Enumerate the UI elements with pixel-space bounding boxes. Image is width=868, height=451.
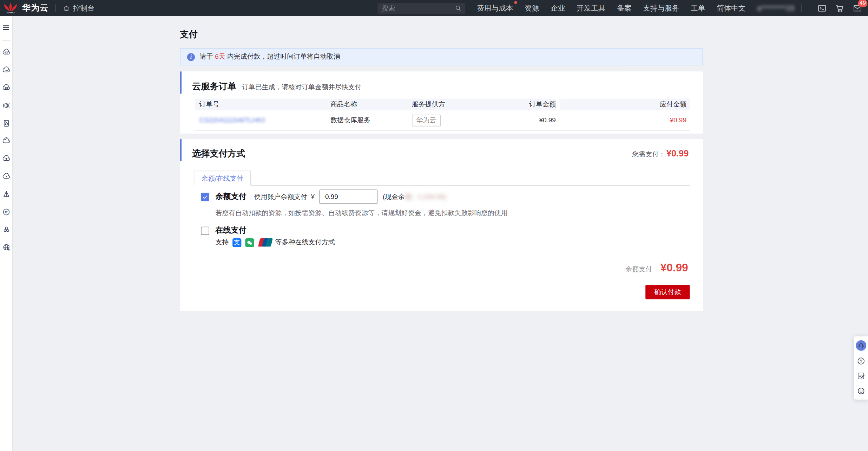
payment-deadline-banner: i 请于 6天 内完成付款，超过时间订单将自动取消 bbox=[180, 48, 703, 65]
col-order-amount: 订单金额 bbox=[495, 99, 555, 110]
balance-pay-checkbox[interactable] bbox=[201, 193, 209, 201]
cash-balance-masked: 额：1,234.56) bbox=[405, 193, 446, 200]
balance-pay-title: 余额支付 bbox=[215, 192, 246, 201]
payment-card-title: 选择支付方式 bbox=[192, 148, 245, 160]
rail-service-icons: IP w bbox=[1, 48, 11, 252]
huawei-cloud-console: HUAWEI 华为云 控制台 费用与成本 资源 企业 开发工具 备案 支持与服务… bbox=[0, 0, 868, 451]
order-amount-value: ¥0.99 bbox=[495, 116, 555, 124]
customer-service-icon[interactable] bbox=[856, 340, 866, 351]
nav-language[interactable]: 简体中文 bbox=[717, 3, 745, 13]
main-content: 支付 i 请于 6天 内完成付款，超过时间订单将自动取消 云服务订单 订单已生成… bbox=[180, 16, 703, 311]
nav-ticket[interactable]: 工单 bbox=[691, 3, 705, 13]
info-icon: i bbox=[187, 53, 195, 61]
feedback-icon[interactable] bbox=[856, 371, 866, 381]
nav-enterprise[interactable]: 企业 bbox=[551, 3, 565, 13]
topbar-icon-buttons: 49 bbox=[817, 3, 862, 13]
balance-amount-input[interactable] bbox=[320, 189, 378, 204]
col-payable: 应付金额 bbox=[560, 99, 690, 110]
svg-text:IP: IP bbox=[5, 211, 7, 214]
balance-pay-note: 若您有自动扣款的资源，如按需资源、自动续费资源等，请规划好资金，避免扣款失败影响… bbox=[215, 208, 507, 218]
cluster-icon[interactable] bbox=[1, 225, 11, 234]
smiley-survey-icon[interactable] bbox=[856, 386, 866, 396]
cloud-network-icon[interactable] bbox=[1, 65, 11, 75]
cart-icon[interactable] bbox=[835, 3, 844, 13]
topbar: HUAWEI 华为云 控制台 费用与成本 资源 企业 开发工具 备案 支持与服务… bbox=[0, 0, 868, 16]
support-prefix: 支持 bbox=[215, 238, 229, 247]
amount-due: 您需支付：¥0.99 bbox=[632, 149, 689, 159]
payment-tabs: 余额/在线支付 bbox=[194, 171, 690, 186]
notification-dot bbox=[514, 1, 517, 4]
nav-resources[interactable]: 资源 bbox=[525, 3, 539, 13]
notice-text: 请于 6天 内完成付款，超过时间订单将自动取消 bbox=[200, 52, 340, 62]
brand-group[interactable]: HUAWEI 华为云 bbox=[3, 2, 48, 14]
currency-symbol: ¥ bbox=[311, 193, 315, 200]
global-network-icon[interactable]: w bbox=[1, 243, 11, 252]
payable-amount-value: ¥0.99 bbox=[560, 116, 690, 124]
huawei-logo-icon: HUAWEI bbox=[3, 2, 18, 14]
help-icon[interactable]: ? bbox=[856, 356, 866, 366]
order-table-row: CS2204111546TLHK0 数据仓库服务 华为云 ¥0.99 ¥0.99 bbox=[195, 110, 690, 131]
elastic-ip-icon[interactable]: IP bbox=[1, 207, 11, 217]
float-toolbar: ? bbox=[854, 336, 868, 400]
menu-icon[interactable] bbox=[2, 23, 11, 34]
nav-devtools[interactable]: 开发工具 bbox=[577, 3, 605, 13]
unionpay-icon bbox=[258, 238, 271, 247]
search-input[interactable] bbox=[382, 4, 454, 12]
cloud-icon[interactable] bbox=[1, 136, 11, 146]
nav-support[interactable]: 支持与服务 bbox=[643, 3, 679, 13]
col-provider: 服务提供方 bbox=[412, 99, 495, 110]
summary-amount: ¥0.99 bbox=[660, 262, 688, 274]
home-icon bbox=[63, 4, 70, 12]
cloud-storage-icon[interactable] bbox=[1, 83, 11, 92]
svg-text:HUAWEI: HUAWEI bbox=[7, 12, 15, 14]
cash-balance: (现金余额：1,234.56) bbox=[383, 192, 446, 201]
tab-balance-online-pay[interactable]: 余额/在线支付 bbox=[194, 171, 251, 186]
payment-method-card: 选择支付方式 您需支付：¥0.99 余额/在线支付 余额支付 使用账户余额支付 … bbox=[180, 139, 703, 311]
wechat-pay-icon bbox=[245, 238, 254, 247]
order-card-header: 云服务订单 订单已生成，请核对订单金额并尽快支付 bbox=[180, 71, 703, 92]
payment-summary: 余额支付 ¥0.99 bbox=[625, 262, 688, 274]
provider-tag: 华为云 bbox=[412, 115, 441, 126]
cloud-media-icon[interactable] bbox=[1, 172, 11, 181]
confirm-payment-button[interactable]: 确认付款 bbox=[645, 285, 690, 299]
order-card-title: 云服务订单 bbox=[192, 81, 236, 92]
online-pay-methods: 支持 支 等多种在线支付方式 bbox=[215, 238, 335, 247]
cloud-upload-icon[interactable] bbox=[1, 154, 11, 163]
topbar-divider bbox=[55, 5, 56, 12]
balance-pay-row: 余额支付 使用账户余额支付 ¥ (现金余额：1,234.56) bbox=[201, 189, 446, 204]
rail-divider bbox=[2, 40, 11, 41]
check-icon bbox=[202, 194, 208, 200]
payment-card-header: 选择支付方式 您需支付：¥0.99 bbox=[180, 139, 703, 160]
balance-pay-desc: 使用账户余额支付 ¥ bbox=[254, 192, 315, 201]
alipay-icon: 支 bbox=[232, 238, 241, 247]
storage-device-icon[interactable] bbox=[1, 118, 11, 128]
amount-due-value: ¥0.99 bbox=[666, 149, 689, 158]
nav-beian[interactable]: 备案 bbox=[617, 3, 631, 13]
elastic-scaling-icon[interactable] bbox=[1, 101, 11, 110]
cloud-server-icon[interactable] bbox=[1, 48, 11, 57]
mail-icon[interactable]: 49 bbox=[853, 3, 862, 13]
topbar-search[interactable] bbox=[377, 2, 465, 14]
deadline-days: 6天 bbox=[215, 53, 225, 60]
account-name-masked[interactable]: a*********23 bbox=[757, 4, 794, 12]
order-card-subtitle: 订单已生成，请核对订单金额并尽快支付 bbox=[242, 83, 362, 92]
service-rail: IP w bbox=[0, 16, 13, 451]
nav-cost[interactable]: 费用与成本 bbox=[477, 3, 513, 13]
col-product: 商品名称 bbox=[330, 99, 412, 110]
svg-text:?: ? bbox=[860, 359, 862, 364]
topbar-divider-2 bbox=[801, 5, 802, 12]
online-pay-row: 在线支付 bbox=[201, 226, 246, 236]
order-number-link-masked[interactable]: CS2204111546TLHK0 bbox=[195, 116, 265, 124]
order-table-header: 订单号 商品名称 服务提供方 订单金额 应付金额 bbox=[195, 99, 690, 110]
svg-text:w: w bbox=[7, 248, 9, 251]
mail-badge: 49 bbox=[858, 0, 867, 7]
console-button[interactable]: 控制台 bbox=[63, 3, 94, 13]
col-order-no: 订单号 bbox=[195, 99, 330, 110]
order-table: 订单号 商品名称 服务提供方 订单金额 应付金额 CS2204111546TLH… bbox=[195, 99, 690, 131]
search-icon[interactable] bbox=[454, 5, 461, 12]
data-pyramid-icon[interactable] bbox=[1, 189, 11, 199]
brand-name[interactable]: 华为云 bbox=[22, 3, 49, 13]
online-pay-checkbox[interactable] bbox=[201, 226, 209, 235]
terminal-icon[interactable] bbox=[817, 3, 827, 13]
online-pay-title: 在线支付 bbox=[215, 226, 246, 236]
